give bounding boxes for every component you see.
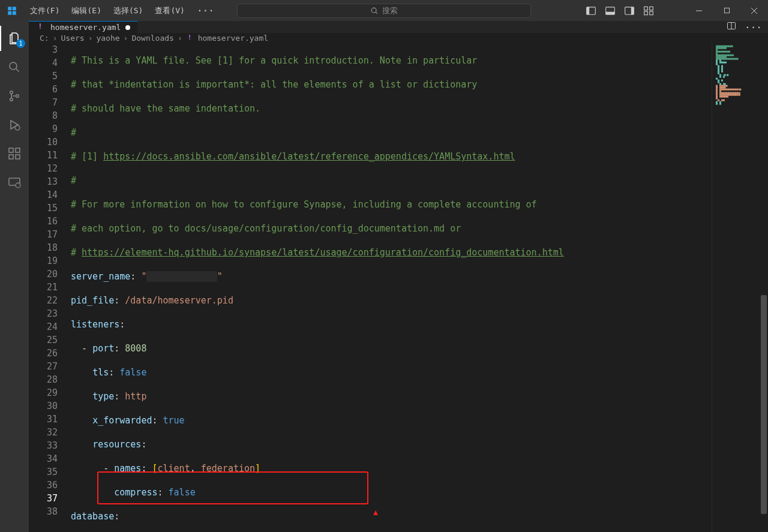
svg-rect-7 [644, 7, 648, 10]
bc-users[interactable]: Users [61, 34, 84, 43]
svg-rect-4 [606, 11, 615, 14]
menu-select[interactable]: 选择(S) [107, 0, 149, 21]
search-placeholder: 搜索 [382, 5, 398, 16]
svg-rect-8 [650, 7, 653, 10]
yaml-file-icon: ! [36, 22, 46, 33]
svg-rect-6 [631, 7, 634, 14]
customize-layout-icon[interactable] [643, 5, 654, 16]
svg-point-12 [10, 62, 17, 70]
title-bar: 文件(F) 编辑(E) 选择(S) 查看(V) ··· 搜索 [0, 0, 768, 21]
scroll-thumb[interactable] [761, 295, 767, 514]
search-input[interactable]: 搜索 [237, 4, 531, 18]
svg-rect-11 [724, 8, 729, 13]
svg-rect-19 [16, 155, 20, 159]
svg-point-14 [10, 98, 13, 101]
svg-rect-20 [16, 148, 20, 152]
bc-user[interactable]: yaohe [96, 34, 119, 43]
tabs-row: ! homeserver.yaml ··· [29, 21, 768, 33]
more-actions-icon[interactable]: ··· [745, 22, 762, 33]
svg-point-16 [15, 125, 20, 130]
code-content[interactable]: # This is a YAML file. See [1] for a qui… [71, 43, 712, 532]
layout-controls [586, 5, 654, 16]
close-icon[interactable] [740, 0, 768, 21]
badge-count: 1 [16, 39, 25, 48]
chevron-right-icon: › [53, 34, 58, 43]
scrollbar[interactable] [760, 43, 768, 532]
app-logo [4, 2, 20, 19]
svg-text:!: ! [187, 33, 191, 41]
svg-rect-18 [9, 155, 13, 159]
annotation-arrow-icon: ▴ [372, 504, 379, 519]
activity-run-debug-icon[interactable] [0, 112, 29, 137]
activity-source-control-icon[interactable] [0, 83, 29, 109]
panel-bottom-icon[interactable] [605, 5, 616, 16]
menu-edit[interactable]: 编辑(E) [65, 0, 107, 21]
svg-rect-10 [650, 11, 653, 15]
activity-extensions-icon[interactable] [0, 141, 29, 166]
svg-rect-2 [587, 7, 590, 14]
chevron-right-icon: › [178, 34, 182, 43]
activity-bar: 1 [0, 21, 29, 532]
editor-area: ! homeserver.yaml ··· C:› Users› yaohe› … [29, 21, 768, 532]
activity-search-icon[interactable] [0, 55, 29, 80]
menu-bar: 文件(F) 编辑(E) 选择(S) 查看(V) ··· [24, 0, 220, 21]
split-editor-icon[interactable] [727, 21, 736, 33]
tab-title: homeserver.yaml [50, 23, 121, 32]
svg-point-0 [371, 8, 376, 13]
svg-rect-17 [9, 148, 13, 152]
bc-downloads[interactable]: Downloads [131, 34, 173, 43]
svg-point-13 [10, 91, 13, 94]
yaml-file-icon: ! [186, 33, 194, 43]
chevron-right-icon: › [124, 34, 128, 43]
bc-drive[interactable]: C: [40, 34, 49, 43]
window-controls [685, 0, 768, 21]
chevron-right-icon: › [88, 34, 93, 43]
panel-left-icon[interactable] [586, 5, 596, 16]
tab-homeserver[interactable]: ! homeserver.yaml [29, 21, 138, 33]
maximize-icon[interactable] [713, 0, 740, 21]
svg-point-22 [16, 183, 20, 188]
svg-rect-9 [644, 11, 648, 15]
menu-view[interactable]: 查看(V) [149, 0, 190, 21]
code-editor[interactable]: 3456789101112131415161718192021222324252… [29, 43, 768, 532]
breadcrumb[interactable]: C:› Users› yaohe› Downloads› ! homeserve… [29, 33, 768, 43]
line-gutter: 3456789101112131415161718192021222324252… [29, 43, 71, 532]
search-icon [370, 7, 379, 15]
panel-right-icon[interactable] [624, 5, 635, 16]
main-area: 1 ! homeserver.yaml ··· C:› Users› yaohe… [0, 21, 768, 532]
activity-explorer-icon[interactable]: 1 [0, 26, 29, 51]
tab-right-actions: ··· [721, 21, 768, 33]
menu-more[interactable]: ··· [191, 0, 220, 21]
minimize-icon[interactable] [685, 0, 713, 21]
svg-point-15 [16, 95, 19, 98]
bc-filename[interactable]: homeserver.yaml [198, 34, 268, 43]
dirty-indicator-icon [125, 25, 130, 30]
svg-text:!: ! [38, 22, 43, 31]
menu-file[interactable]: 文件(F) [24, 0, 65, 21]
activity-remote-icon[interactable] [0, 170, 29, 195]
